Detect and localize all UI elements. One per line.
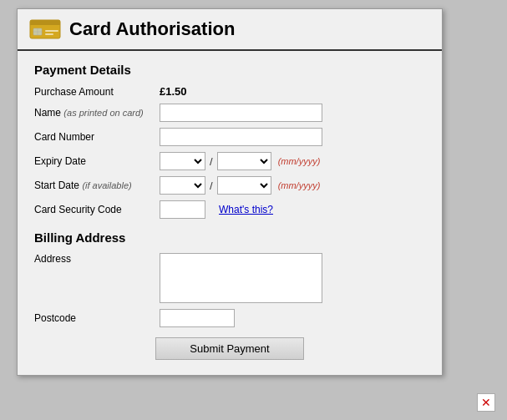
card-number-label: Card Number xyxy=(34,131,160,143)
dialog-title: Card Authorisation xyxy=(69,18,235,40)
expiry-format-hint: (mm/yyyy) xyxy=(278,156,321,166)
expiry-date-row: Expiry Date 01020304 05060708 09101112 /… xyxy=(34,152,425,170)
start-date-row: Start Date (if available) 01020304 05060… xyxy=(34,176,425,195)
name-input[interactable] xyxy=(160,104,322,122)
close-button-area: ✕ xyxy=(477,393,495,412)
start-month-select[interactable]: 01020304 05060708 09101112 xyxy=(160,176,205,195)
svg-rect-2 xyxy=(30,23,60,25)
billing-address-title: Billing Address xyxy=(34,230,425,245)
purchase-amount-value: £1.50 xyxy=(160,85,187,98)
svg-rect-6 xyxy=(45,30,58,32)
submit-row: Submit Payment xyxy=(34,337,425,360)
purchase-amount-label: Purchase Amount xyxy=(34,86,160,98)
name-label: Name (as printed on card) xyxy=(34,107,160,119)
card-authorisation-dialog: Card Authorisation Payment Details Purch… xyxy=(17,8,443,376)
security-code-input[interactable] xyxy=(160,200,205,219)
whats-this-link[interactable]: What's this? xyxy=(219,204,273,215)
expiry-date-label: Expiry Date xyxy=(34,155,160,167)
svg-rect-7 xyxy=(45,33,53,35)
start-date-fields: 01020304 05060708 09101112 / 20202021202… xyxy=(160,176,320,195)
card-number-row: Card Number xyxy=(34,128,425,146)
expiry-month-select[interactable]: 01020304 05060708 09101112 xyxy=(160,152,205,170)
expiry-year-select[interactable]: 2024202520262027 202820292030 xyxy=(217,152,271,170)
start-year-select[interactable]: 2020202120222023 2024 xyxy=(217,176,271,195)
start-slash: / xyxy=(210,180,213,192)
address-label: Address xyxy=(34,253,160,265)
expiry-slash: / xyxy=(210,155,213,168)
postcode-label: Postcode xyxy=(34,312,160,324)
purchase-amount-row: Purchase Amount £1.50 xyxy=(34,85,425,98)
card-number-input[interactable] xyxy=(160,128,322,146)
postcode-row: Postcode xyxy=(34,309,425,327)
start-format-hint: (mm/yyyy) xyxy=(278,180,321,190)
submit-payment-button[interactable]: Submit Payment xyxy=(155,337,303,360)
security-code-label: Card Security Code xyxy=(34,204,160,215)
close-button[interactable]: ✕ xyxy=(477,393,495,412)
dialog-header: Card Authorisation xyxy=(18,9,442,51)
address-textarea[interactable] xyxy=(160,253,322,303)
security-code-row: Card Security Code What's this? xyxy=(34,200,425,219)
name-row: Name (as printed on card) xyxy=(34,104,425,122)
address-row: Address xyxy=(34,253,425,303)
dialog-body: Payment Details Purchase Amount £1.50 Na… xyxy=(18,51,442,375)
billing-address-section: Billing Address Address Postcode xyxy=(34,230,425,327)
payment-details-title: Payment Details xyxy=(34,63,425,77)
start-date-label: Start Date (if available) xyxy=(34,180,160,191)
postcode-input[interactable] xyxy=(160,309,235,327)
expiry-date-fields: 01020304 05060708 09101112 / 20242025202… xyxy=(160,152,320,170)
close-icon: ✕ xyxy=(481,397,491,408)
credit-card-icon xyxy=(29,18,61,41)
security-code-fields: What's this? xyxy=(160,200,273,219)
